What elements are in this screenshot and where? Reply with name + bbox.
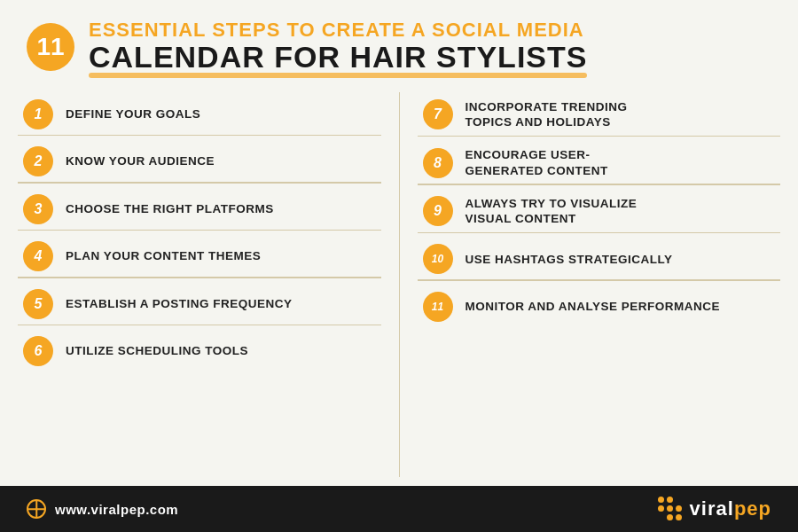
left-column: 1 DEFINE YOUR GOALS 2 KNOW YOUR AUDIENCE… [18, 92, 381, 477]
divider [18, 230, 381, 231]
step-badge: 3 [23, 194, 53, 224]
title-block: ESSENTIAL STEPS TO CREATE A SOCIAL MEDIA… [89, 20, 587, 74]
brand-dot [658, 505, 664, 512]
header: 11 ESSENTIAL STEPS TO CREATE A SOCIAL ME… [0, 0, 798, 83]
brand-dot [667, 514, 673, 520]
step-text: ENCOURAGE USER-GENERATED CONTENT [466, 147, 608, 178]
brand-dot [658, 514, 664, 520]
step-text: CHOOSE THE RIGHT PLATFORMS [66, 201, 274, 217]
step-text: UTILIZE SCHEDULING TOOLS [66, 343, 248, 359]
left-step-item: 1 DEFINE YOUR GOALS [18, 92, 381, 131]
divider [18, 135, 381, 137]
footer-url: www.viralpep.com [55, 502, 178, 517]
step-badge: 9 [423, 196, 453, 226]
step-text: KNOW YOUR AUDIENCE [66, 153, 215, 169]
step-text: INCORPORATE TRENDINGTOPICS AND HOLIDAYS [466, 99, 628, 130]
left-step-item: 5 ESTABLISH A POSTING FREQUENCY [18, 282, 381, 321]
column-divider [399, 92, 400, 477]
divider [418, 136, 781, 137]
brand-dot [676, 514, 682, 520]
footer-brand: viralpep [658, 497, 771, 521]
footer-left: www.viralpep.com [27, 499, 178, 519]
left-step-item: 4 PLAN YOUR CONTENT THEMES [18, 234, 381, 273]
right-step-item: 11 MONITOR AND ANALYSE PERFORMANCE [418, 285, 781, 324]
divider [18, 277, 381, 278]
right-step-item: 9 ALWAYS TRY TO VISUALIZEVISUAL CONTENT [418, 189, 781, 229]
right-step-item: 7 INCORPORATE TRENDINGTOPICS AND HOLIDAY… [418, 92, 781, 132]
brand-name: viralpep [690, 497, 771, 520]
content-area: 1 DEFINE YOUR GOALS 2 KNOW YOUR AUDIENCE… [0, 83, 798, 486]
left-step-item: 6 UTILIZE SCHEDULING TOOLS [18, 329, 381, 368]
header-badge: 11 [27, 23, 74, 71]
main-container: 11 ESSENTIAL STEPS TO CREATE A SOCIAL ME… [0, 0, 798, 532]
brand-dot [667, 497, 673, 503]
step-badge: 1 [23, 99, 53, 129]
divider [418, 184, 781, 185]
step-badge: 8 [423, 148, 453, 178]
step-text: MONITOR AND ANALYSE PERFORMANCE [466, 299, 721, 315]
divider [18, 182, 381, 184]
brand-dot [658, 497, 664, 503]
step-badge: 7 [423, 99, 453, 129]
globe-icon [27, 499, 46, 519]
right-step-item: 8 ENCOURAGE USER-GENERATED CONTENT [418, 140, 781, 180]
step-text: ESTABLISH A POSTING FREQUENCY [66, 296, 293, 312]
right-column: 7 INCORPORATE TRENDINGTOPICS AND HOLIDAY… [418, 92, 781, 477]
title-bottom: CALENDAR FOR HAIR STYLISTS [89, 41, 587, 74]
step-badge: 2 [23, 146, 53, 176]
left-step-item: 3 CHOOSE THE RIGHT PLATFORMS [18, 187, 381, 226]
title-underline [89, 73, 587, 78]
brand-dot [676, 497, 682, 503]
step-badge: 11 [423, 292, 453, 322]
step-text: DEFINE YOUR GOALS [66, 106, 200, 122]
divider [418, 279, 781, 281]
brand-dot [676, 505, 682, 512]
divider [18, 325, 381, 326]
right-step-item: 10 USE HASHTAGS STRATEGICALLY [418, 237, 781, 276]
brand-dot [667, 505, 673, 512]
footer: www.viralpep.com viralpep [0, 486, 798, 532]
step-text: ALWAYS TRY TO VISUALIZEVISUAL CONTENT [466, 196, 638, 227]
step-badge: 5 [23, 289, 53, 319]
step-text: PLAN YOUR CONTENT THEMES [66, 248, 261, 264]
step-badge: 10 [423, 244, 453, 274]
divider [418, 232, 781, 234]
brand-dots [658, 497, 683, 521]
title-top: ESSENTIAL STEPS TO CREATE A SOCIAL MEDIA [89, 20, 587, 41]
step-text: USE HASHTAGS STRATEGICALLY [466, 252, 673, 268]
step-badge: 4 [23, 241, 53, 271]
step-badge: 6 [23, 336, 53, 366]
left-step-item: 2 KNOW YOUR AUDIENCE [18, 139, 381, 178]
